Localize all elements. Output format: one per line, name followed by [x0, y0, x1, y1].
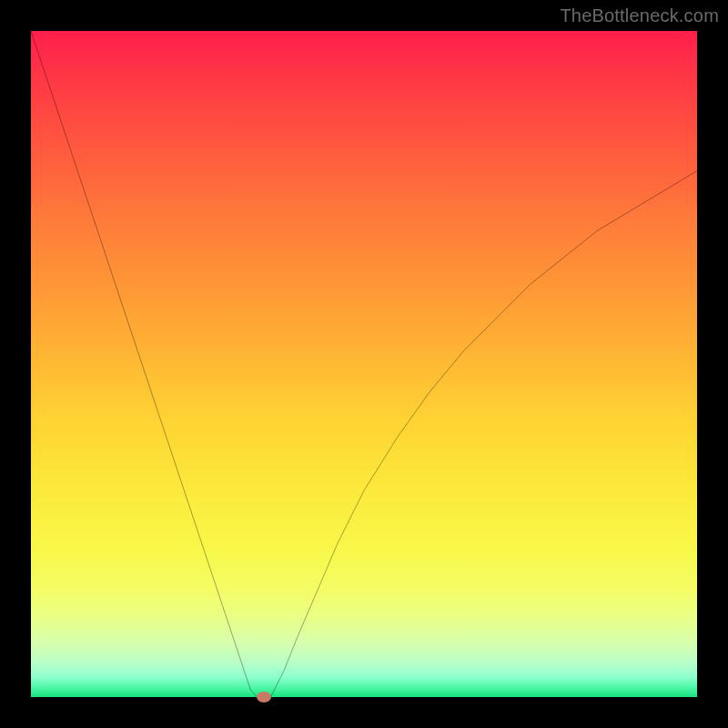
bottleneck-curve: [31, 31, 697, 697]
watermark-text: TheBottleneck.com: [560, 5, 719, 26]
plot-area: [31, 31, 697, 697]
optimal-point-marker: [257, 692, 271, 703]
chart-frame: TheBottleneck.com: [0, 0, 728, 728]
curve-svg: [31, 31, 697, 697]
